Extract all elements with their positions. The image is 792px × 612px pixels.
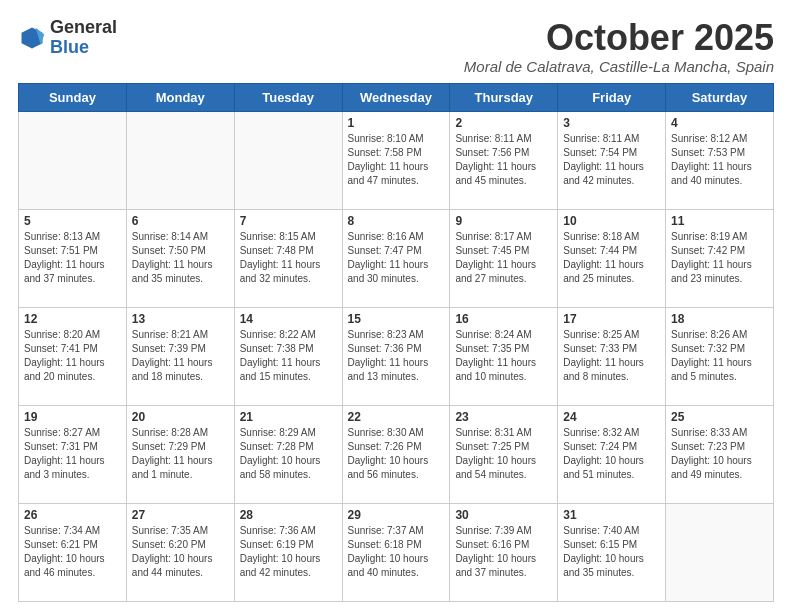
day-number: 29 bbox=[348, 508, 445, 522]
day-info: Sunrise: 8:28 AM Sunset: 7:29 PM Dayligh… bbox=[132, 426, 229, 482]
day-number: 4 bbox=[671, 116, 768, 130]
day-number: 27 bbox=[132, 508, 229, 522]
calendar-week-1: 1Sunrise: 8:10 AM Sunset: 7:58 PM Daylig… bbox=[19, 111, 774, 209]
day-info: Sunrise: 8:13 AM Sunset: 7:51 PM Dayligh… bbox=[24, 230, 121, 286]
day-info: Sunrise: 8:29 AM Sunset: 7:28 PM Dayligh… bbox=[240, 426, 337, 482]
day-cell bbox=[126, 111, 234, 209]
page-header: General Blue October 2025 Moral de Calat… bbox=[18, 18, 774, 75]
col-saturday: Saturday bbox=[666, 83, 774, 111]
col-sunday: Sunday bbox=[19, 83, 127, 111]
day-cell bbox=[234, 111, 342, 209]
day-number: 23 bbox=[455, 410, 552, 424]
calendar-week-3: 12Sunrise: 8:20 AM Sunset: 7:41 PM Dayli… bbox=[19, 307, 774, 405]
day-cell: 27Sunrise: 7:35 AM Sunset: 6:20 PM Dayli… bbox=[126, 503, 234, 601]
day-info: Sunrise: 8:16 AM Sunset: 7:47 PM Dayligh… bbox=[348, 230, 445, 286]
calendar-table: Sunday Monday Tuesday Wednesday Thursday… bbox=[18, 83, 774, 602]
day-info: Sunrise: 8:20 AM Sunset: 7:41 PM Dayligh… bbox=[24, 328, 121, 384]
day-number: 31 bbox=[563, 508, 660, 522]
day-number: 1 bbox=[348, 116, 445, 130]
calendar-week-4: 19Sunrise: 8:27 AM Sunset: 7:31 PM Dayli… bbox=[19, 405, 774, 503]
day-cell: 12Sunrise: 8:20 AM Sunset: 7:41 PM Dayli… bbox=[19, 307, 127, 405]
location-text: Moral de Calatrava, Castille-La Mancha, … bbox=[464, 58, 774, 75]
day-number: 25 bbox=[671, 410, 768, 424]
day-cell: 29Sunrise: 7:37 AM Sunset: 6:18 PM Dayli… bbox=[342, 503, 450, 601]
day-number: 12 bbox=[24, 312, 121, 326]
day-number: 3 bbox=[563, 116, 660, 130]
day-cell: 24Sunrise: 8:32 AM Sunset: 7:24 PM Dayli… bbox=[558, 405, 666, 503]
day-info: Sunrise: 8:23 AM Sunset: 7:36 PM Dayligh… bbox=[348, 328, 445, 384]
logo: General Blue bbox=[18, 18, 117, 58]
day-info: Sunrise: 8:19 AM Sunset: 7:42 PM Dayligh… bbox=[671, 230, 768, 286]
day-info: Sunrise: 8:11 AM Sunset: 7:54 PM Dayligh… bbox=[563, 132, 660, 188]
day-cell: 18Sunrise: 8:26 AM Sunset: 7:32 PM Dayli… bbox=[666, 307, 774, 405]
day-info: Sunrise: 7:40 AM Sunset: 6:15 PM Dayligh… bbox=[563, 524, 660, 580]
day-info: Sunrise: 7:37 AM Sunset: 6:18 PM Dayligh… bbox=[348, 524, 445, 580]
day-info: Sunrise: 8:11 AM Sunset: 7:56 PM Dayligh… bbox=[455, 132, 552, 188]
day-number: 15 bbox=[348, 312, 445, 326]
day-number: 13 bbox=[132, 312, 229, 326]
day-number: 7 bbox=[240, 214, 337, 228]
day-number: 10 bbox=[563, 214, 660, 228]
day-cell: 30Sunrise: 7:39 AM Sunset: 6:16 PM Dayli… bbox=[450, 503, 558, 601]
day-cell: 2Sunrise: 8:11 AM Sunset: 7:56 PM Daylig… bbox=[450, 111, 558, 209]
day-number: 17 bbox=[563, 312, 660, 326]
day-cell: 5Sunrise: 8:13 AM Sunset: 7:51 PM Daylig… bbox=[19, 209, 127, 307]
day-cell bbox=[666, 503, 774, 601]
day-number: 30 bbox=[455, 508, 552, 522]
logo-general-text: General bbox=[50, 17, 117, 37]
col-thursday: Thursday bbox=[450, 83, 558, 111]
title-section: October 2025 Moral de Calatrava, Castill… bbox=[464, 18, 774, 75]
day-cell: 1Sunrise: 8:10 AM Sunset: 7:58 PM Daylig… bbox=[342, 111, 450, 209]
day-cell: 11Sunrise: 8:19 AM Sunset: 7:42 PM Dayli… bbox=[666, 209, 774, 307]
day-cell: 10Sunrise: 8:18 AM Sunset: 7:44 PM Dayli… bbox=[558, 209, 666, 307]
day-number: 24 bbox=[563, 410, 660, 424]
day-info: Sunrise: 8:15 AM Sunset: 7:48 PM Dayligh… bbox=[240, 230, 337, 286]
day-number: 22 bbox=[348, 410, 445, 424]
day-number: 16 bbox=[455, 312, 552, 326]
logo-icon bbox=[18, 24, 46, 52]
day-number: 26 bbox=[24, 508, 121, 522]
day-info: Sunrise: 8:27 AM Sunset: 7:31 PM Dayligh… bbox=[24, 426, 121, 482]
day-cell: 25Sunrise: 8:33 AM Sunset: 7:23 PM Dayli… bbox=[666, 405, 774, 503]
day-info: Sunrise: 7:35 AM Sunset: 6:20 PM Dayligh… bbox=[132, 524, 229, 580]
day-info: Sunrise: 8:18 AM Sunset: 7:44 PM Dayligh… bbox=[563, 230, 660, 286]
day-number: 2 bbox=[455, 116, 552, 130]
day-cell: 17Sunrise: 8:25 AM Sunset: 7:33 PM Dayli… bbox=[558, 307, 666, 405]
day-number: 5 bbox=[24, 214, 121, 228]
day-cell: 28Sunrise: 7:36 AM Sunset: 6:19 PM Dayli… bbox=[234, 503, 342, 601]
day-cell: 13Sunrise: 8:21 AM Sunset: 7:39 PM Dayli… bbox=[126, 307, 234, 405]
day-number: 19 bbox=[24, 410, 121, 424]
day-number: 9 bbox=[455, 214, 552, 228]
day-cell: 8Sunrise: 8:16 AM Sunset: 7:47 PM Daylig… bbox=[342, 209, 450, 307]
day-number: 6 bbox=[132, 214, 229, 228]
day-info: Sunrise: 8:32 AM Sunset: 7:24 PM Dayligh… bbox=[563, 426, 660, 482]
day-info: Sunrise: 7:39 AM Sunset: 6:16 PM Dayligh… bbox=[455, 524, 552, 580]
day-cell: 16Sunrise: 8:24 AM Sunset: 7:35 PM Dayli… bbox=[450, 307, 558, 405]
calendar-header-row: Sunday Monday Tuesday Wednesday Thursday… bbox=[19, 83, 774, 111]
day-cell: 7Sunrise: 8:15 AM Sunset: 7:48 PM Daylig… bbox=[234, 209, 342, 307]
day-info: Sunrise: 8:25 AM Sunset: 7:33 PM Dayligh… bbox=[563, 328, 660, 384]
day-info: Sunrise: 8:22 AM Sunset: 7:38 PM Dayligh… bbox=[240, 328, 337, 384]
day-cell: 23Sunrise: 8:31 AM Sunset: 7:25 PM Dayli… bbox=[450, 405, 558, 503]
day-info: Sunrise: 8:17 AM Sunset: 7:45 PM Dayligh… bbox=[455, 230, 552, 286]
day-cell: 31Sunrise: 7:40 AM Sunset: 6:15 PM Dayli… bbox=[558, 503, 666, 601]
day-cell: 4Sunrise: 8:12 AM Sunset: 7:53 PM Daylig… bbox=[666, 111, 774, 209]
day-number: 8 bbox=[348, 214, 445, 228]
day-number: 28 bbox=[240, 508, 337, 522]
day-cell: 14Sunrise: 8:22 AM Sunset: 7:38 PM Dayli… bbox=[234, 307, 342, 405]
calendar-week-5: 26Sunrise: 7:34 AM Sunset: 6:21 PM Dayli… bbox=[19, 503, 774, 601]
day-cell: 22Sunrise: 8:30 AM Sunset: 7:26 PM Dayli… bbox=[342, 405, 450, 503]
day-cell: 15Sunrise: 8:23 AM Sunset: 7:36 PM Dayli… bbox=[342, 307, 450, 405]
col-wednesday: Wednesday bbox=[342, 83, 450, 111]
col-friday: Friday bbox=[558, 83, 666, 111]
day-info: Sunrise: 8:12 AM Sunset: 7:53 PM Dayligh… bbox=[671, 132, 768, 188]
day-cell: 3Sunrise: 8:11 AM Sunset: 7:54 PM Daylig… bbox=[558, 111, 666, 209]
day-number: 14 bbox=[240, 312, 337, 326]
day-info: Sunrise: 8:33 AM Sunset: 7:23 PM Dayligh… bbox=[671, 426, 768, 482]
day-cell: 26Sunrise: 7:34 AM Sunset: 6:21 PM Dayli… bbox=[19, 503, 127, 601]
month-title: October 2025 bbox=[464, 18, 774, 58]
day-info: Sunrise: 8:14 AM Sunset: 7:50 PM Dayligh… bbox=[132, 230, 229, 286]
day-cell bbox=[19, 111, 127, 209]
day-info: Sunrise: 8:30 AM Sunset: 7:26 PM Dayligh… bbox=[348, 426, 445, 482]
col-tuesday: Tuesday bbox=[234, 83, 342, 111]
